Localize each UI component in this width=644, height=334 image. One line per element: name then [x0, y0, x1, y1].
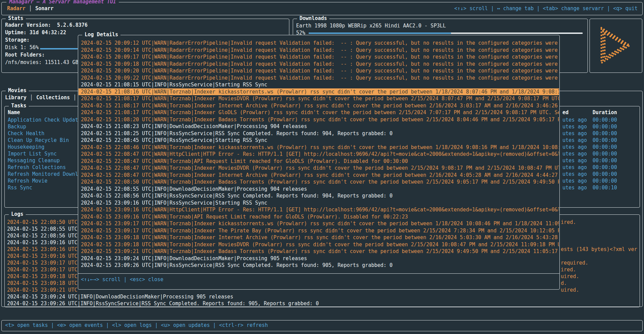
log-detail-row-selected[interactable]: 2024-02-15 21:08:16 UTC|WARN|Torznab|Ind… [79, 88, 559, 96]
task-row-queued[interactable]: utes ago [562, 150, 587, 157]
log-detail-row[interactable]: 2024-02-15 23:09:17 UTC|WARN|Torznab|Ind… [79, 227, 559, 234]
log-detail-row[interactable]: 2024-02-15 21:08:25 UTC|INFO|RssSyncServ… [79, 130, 559, 137]
log-row-right-fragment: uired. [561, 273, 579, 280]
log-detail-row[interactable]: 2024-02-15 20:09:17 UTC|WARN|RadarrError… [79, 54, 559, 61]
log-detail-row[interactable]: 2024-02-15 23:09:18 UTC|WARN|Torznab|Ind… [79, 241, 559, 248]
tab-collections[interactable]: Collections [36, 95, 70, 101]
logo-panel [590, 19, 642, 73]
log-detail-row[interactable]: 2024-02-15 22:08:47 UTC|WARN|Torznab|Ind… [79, 165, 559, 172]
task-row-queued[interactable]: utes ago [562, 144, 587, 150]
log-detail-row[interactable]: 2024-02-15 23:09:17 UTC|WARN|Torznab|Ind… [79, 220, 559, 227]
log-detail-row[interactable]: 2024-02-15 22:08:56 UTC|INFO|RssSyncServ… [79, 192, 559, 200]
log-detail-row[interactable]: 2024-02-15 20:09:20 UTC|WARN|RadarrError… [79, 67, 559, 75]
task-row-queued[interactable]: utes ago [562, 130, 587, 137]
log-details-rows[interactable]: 2024-02-15 20:09:12 UTC|WARN|RadarrError… [79, 40, 559, 269]
task-row-duration[interactable]: 00:00:00 [593, 117, 617, 123]
radarr-version: Radarr Version: 5.2.6.8376 [5, 22, 88, 28]
task-row-name[interactable]: Refresh Movie [8, 178, 81, 184]
tab-separator: │ [25, 5, 35, 12]
log-detail-row[interactable]: 2024-02-15 23:09:16 UTC|INFO|RssSyncServ… [79, 200, 559, 207]
log-row-left-text: 2024-02-15 22:08:55 UTC [7, 226, 77, 232]
log-detail-row[interactable]: 2024-02-15 21:08:20 UTC|WARN|Torznab|Ind… [79, 116, 559, 123]
log-detail-row[interactable]: 2024-02-15 21:08:17 UTC|WARN|Torznab|Ind… [79, 95, 559, 102]
tasks-title: Tasks [9, 103, 29, 109]
managarr-logo-icon [590, 19, 642, 72]
log-row-right-fragment: required. [561, 259, 588, 266]
log-detail-row[interactable]: 2024-02-15 22:08:47 UTC|WARN|HttpClient|… [79, 151, 559, 158]
task-row-name[interactable]: Check Health [8, 130, 81, 137]
log-detail-row[interactable]: 2024-02-15 20:09:12 UTC|WARN|RadarrError… [79, 40, 559, 47]
task-row-queued[interactable]: utes ago [562, 171, 587, 178]
log-row-left-text: 2024-02-15 22:08:50 UTC [7, 219, 77, 225]
task-row-queued[interactable]: utes ago [562, 137, 587, 144]
task-row-queued[interactable]: utes ago [562, 123, 587, 130]
log-detail-row[interactable]: 2024-02-15 20:09:14 UTC|WARN|RadarrError… [79, 47, 559, 54]
log-detail-row[interactable]: 2024-02-15 22:08:55 UTC|INFO|DownloadDec… [79, 186, 559, 193]
log-detail-row[interactable]: 2024-02-15 23:09:21 UTC|WARN|Torznab|Ind… [79, 248, 559, 255]
task-row-queued[interactable]: utes ago [562, 117, 587, 123]
tab-radarr[interactable]: Radarr [7, 5, 25, 12]
task-row-queued[interactable]: utes ago [562, 157, 587, 164]
task-row-duration[interactable]: 00:00:10 [593, 184, 617, 191]
task-row-queued[interactable]: utes ago [562, 178, 587, 184]
log-row-left-text: 2024-02-15 23:09:17 UTC [7, 267, 77, 273]
log-detail-row[interactable]: 2024-02-15 21:08:17 UTC|WARN|Torznab|Ind… [79, 109, 559, 116]
logs-title: Logs [9, 211, 26, 217]
download-item[interactable]: Earth 1998 1080p WEBRip x265 Hindi AAC2.… [296, 23, 446, 29]
log-detail-row[interactable]: 2024-02-15 23:09:16 UTC|WARN|Torznab|API… [79, 213, 559, 221]
uptime: Uptime: 31d 04:32:22 [5, 29, 66, 36]
log-row-left-text: 2024-02-15 22:08:56 UTC [7, 233, 77, 239]
task-row-name[interactable]: Import List Sync [8, 150, 81, 157]
log-detail-row[interactable]: 2024-02-15 23:09:24 UTC|INFO|DownloadDec… [79, 255, 559, 262]
log-row-left-text: 2024-02-15 23:09:18 UTC [7, 280, 77, 286]
task-row-queued[interactable]: utes ago [562, 184, 587, 191]
task-row-name[interactable]: Refresh Monitored Downl [8, 171, 81, 178]
log-detail-row[interactable]: 2024-02-15 21:08:17 UTC|WARN|Torznab|Ind… [79, 102, 559, 109]
log-detail-row[interactable]: 2024-02-15 23:09:16 UTC|WARN|HttpClient|… [79, 206, 559, 213]
keybind-hints-bottom: <t> open tasks | <e> open events | <l> o… [5, 322, 268, 328]
log-detail-row[interactable]: 2024-02-15 20:09:22 UTC|WARN|RadarrError… [79, 75, 559, 82]
log-details-title: Log Details [82, 32, 120, 38]
task-row-name[interactable]: Refresh Collections [8, 164, 81, 171]
task-row-duration[interactable]: 00:00:00 [593, 164, 617, 171]
task-row-duration[interactable]: 00:00:00 [593, 178, 617, 184]
log-row-left-text: 2024-02-15 23:09:18 UTC [7, 273, 77, 279]
log-row-right-fragment: ired. [561, 219, 576, 226]
log-detail-row[interactable]: 2024-02-15 22:08:46 UTC|WARN|Torznab|Ind… [79, 144, 559, 151]
log-detail-row[interactable]: 2024-02-15 20:09:18 UTC|WARN|RadarrError… [79, 61, 559, 68]
task-row-name[interactable]: Application Check Updat [8, 117, 81, 123]
log-detail-row[interactable]: 2024-02-15 22:08:47 UTC|WARN|Torznab|API… [79, 158, 559, 165]
tab-library[interactable]: Library [5, 95, 26, 101]
task-row-name[interactable]: Housekeeping [8, 144, 81, 150]
log-details-popup: Log Details 2024-02-15 20:09:12 UTC|WARN… [78, 35, 560, 290]
tab-sonarr[interactable]: Sonarr [35, 5, 53, 12]
task-row-duration[interactable]: 00:00:00 [593, 150, 617, 157]
popup-footer-divider [78, 273, 559, 274]
task-row-duration[interactable]: 00:00:00 [593, 171, 617, 178]
task-row-duration[interactable]: 00:00:00 [593, 157, 617, 164]
log-detail-row[interactable]: 2024-02-15 21:08:23 UTC|INFO|DownloadDec… [79, 123, 559, 130]
task-row-duration[interactable]: 00:00:00 [593, 123, 617, 130]
task-row-duration[interactable]: 00:00:00 [593, 137, 617, 144]
task-row-name[interactable]: Backup [8, 123, 81, 130]
root-folders-label: Root Folders: [5, 52, 45, 58]
task-row-name[interactable]: Rss Sync [8, 184, 81, 191]
log-detail-row[interactable]: 2024-02-15 22:08:45 UTC|INFO|RssSyncServ… [79, 137, 559, 144]
task-row-duration[interactable]: 00:00:00 [593, 130, 617, 137]
download-progress-bar [309, 33, 583, 34]
downloads-title: Downloads [297, 15, 329, 21]
log-row[interactable]: 2024-02-15 23:09:26 UTC|INFO|RssSyncServ… [5, 300, 639, 307]
log-detail-row[interactable]: 2024-02-15 23:09:18 UTC|WARN|Torznab|Ind… [79, 234, 559, 241]
task-row-name[interactable]: Clean Up Recycle Bin [8, 137, 81, 144]
tasks-name-column: Application Check UpdatBackupCheck Healt… [8, 117, 81, 191]
log-detail-row[interactable]: 2024-02-15 22:08:47 UTC|WARN|Torznab|Ind… [79, 172, 559, 179]
top-bar: Managarr — A Servarr management TUI Rada… [1, 2, 643, 15]
task-row-queued[interactable]: utes ago [562, 164, 587, 171]
log-detail-row[interactable]: 2024-02-15 22:08:50 UTC|WARN|Torznab|Ind… [79, 179, 559, 186]
log-row-right-fragment: d. [561, 280, 567, 287]
log-detail-row[interactable]: 2024-02-15 23:09:26 UTC|INFO|RssSyncServ… [79, 262, 559, 269]
log-row[interactable]: 2024-02-15 23:09:24 UTC|INFO|DownloadDec… [5, 293, 639, 300]
task-row-duration[interactable]: 00:00:00 [593, 144, 617, 150]
log-detail-row[interactable]: 2024-02-15 21:08:15 UTC|INFO|RssSyncServ… [79, 81, 559, 88]
task-row-name[interactable]: Messaging Cleanup [8, 157, 81, 164]
